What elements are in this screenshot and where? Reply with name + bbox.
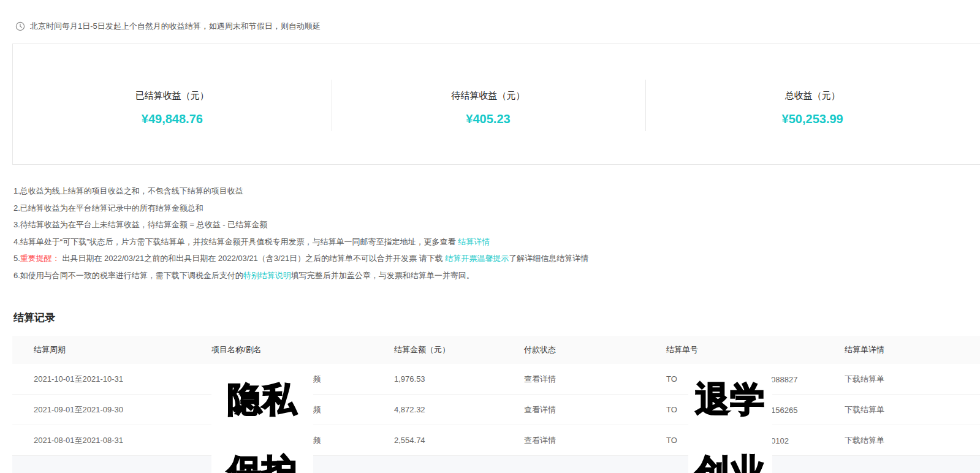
stat-value: ¥405.23: [466, 112, 510, 126]
cell-order-detail: 下载结算单: [845, 374, 980, 385]
stat-value: ¥50,253.99: [782, 112, 843, 126]
note-link[interactable]: 结算详情: [458, 237, 490, 246]
stat-value: ¥49,848.76: [142, 112, 203, 126]
watermark-text: 保护: [227, 452, 297, 473]
stat-label: 总收益（元）: [785, 90, 840, 102]
view-details-link[interactable]: 查看详情: [524, 405, 556, 414]
note-text: 3.待结算收益为在平台上未结算收益，待结算金额 = 总收益 - 已结算金额: [13, 220, 267, 229]
stat-divider: [645, 80, 646, 131]
notice-text: 北京时间每月1日-5日发起上个自然月的收益结算，如遇周末和节假日，则自动顺延: [30, 21, 321, 32]
note-text: 了解详细信息结算详情: [509, 254, 588, 263]
stat-divider: [332, 80, 332, 131]
col-header-amount: 结算金额（元）: [394, 344, 524, 355]
note-text: 2.已结算收益为在平台结算记录中的所有结算金额总和: [13, 203, 203, 213]
stat-label: 已结算收益（元）: [135, 90, 209, 102]
privacy-mask-left: 隐私 保护: [211, 379, 313, 473]
note-link[interactable]: 结算开票温馨提示: [445, 254, 509, 263]
watermark-text: 隐私: [227, 380, 297, 419]
earnings-settlement-page: 北京时间每月1日-5日发起上个自然月的收益结算，如遇周末和节假日，则自动顺延 已…: [0, 21, 980, 473]
table-header-row: 结算周期 项目名称/剧名 结算金额（元） 付款状态 结算单号 结算单详情: [12, 336, 980, 364]
order-number-prefix: TO: [666, 405, 677, 414]
download-settlement-link[interactable]: 下载结算单: [845, 436, 884, 445]
settlement-notes-list: 1.总收益为线上结算的项目收益之和，不包含线下结算的项目收益2.已结算收益为在平…: [13, 183, 980, 284]
note-text: 6.如使用与合同不一致的税率进行结算，需下载下调税金后支付的: [13, 271, 243, 280]
download-settlement-link[interactable]: 下载结算单: [845, 374, 884, 384]
cell-settlement-period: 2021-09-01至2021-09-30: [12, 404, 211, 415]
order-number-suffix: 0102: [771, 436, 789, 445]
col-header-order-detail: 结算单详情: [845, 344, 980, 355]
earnings-summary-card: 已结算收益（元） ¥49,848.76 待结算收益（元） ¥405.23 总收益…: [12, 44, 980, 165]
note-line: 3.待结算收益为在平台上未结算收益，待结算金额 = 总收益 - 已结算金额: [13, 216, 980, 233]
watermark-text: 退学: [696, 380, 765, 419]
settlement-schedule-notice: 北京时间每月1日-5日发起上个自然月的收益结算，如遇周末和节假日，则自动顺延: [15, 21, 980, 32]
settlement-records-table: 结算周期 项目名称/剧名 结算金额（元） 付款状态 结算单号 结算单详情 202…: [12, 336, 980, 473]
note-alert-text: 重要提醒：: [20, 254, 60, 263]
col-header-period: 结算周期: [12, 344, 211, 355]
note-text: 5.: [13, 254, 20, 263]
project-name-visible-tail: 频: [313, 404, 321, 415]
privacy-mask-right: 退学 创业: [688, 379, 772, 473]
note-line: 4.结算单处于“可下载”状态后，片方需下载结算单，并按结算金额开具值税专用发票，…: [13, 233, 980, 251]
note-text: 1.总收益为线上结算的项目收益之和，不包含线下结算的项目收益: [13, 186, 243, 195]
cell-settlement-period: 2021-08-01至2021-08-31: [12, 435, 211, 446]
note-text: 填写完整后并加盖公章，与发票和结算单一并寄回。: [291, 271, 474, 280]
col-header-order-number: 结算单号: [666, 344, 845, 355]
note-line: 1.总收益为线上结算的项目收益之和，不包含线下结算的项目收益: [13, 183, 980, 200]
table-row: 2021-10-01至2021-10-31频1,976.53查看详情TO0888…: [12, 364, 980, 395]
note-link[interactable]: 特别结算说明: [243, 271, 291, 280]
note-text: 4.结算单处于“可下载”状态后，片方需下载结算单，并按结算金额开具值税专用发票，…: [13, 237, 458, 246]
order-number-suffix: 156265: [771, 405, 797, 414]
table-row: 2021-08-01至2021-08-31频2,554.74查看详情TO0102…: [12, 425, 980, 456]
clock-icon: [15, 21, 25, 31]
project-name-visible-tail: 频: [313, 435, 321, 446]
cell-order-detail: 下载结算单: [845, 404, 980, 415]
order-number-prefix: TO: [666, 436, 677, 445]
stat-pending-earnings: 待结算收益（元） ¥405.23: [332, 44, 645, 164]
col-header-payment-status: 付款状态: [524, 344, 666, 355]
note-line: 5.重要提醒： 出具日期在 2022/03/21之前的和出具日期在 2022/0…: [13, 250, 980, 267]
table-row: 2021-09-01至2021-09-30频4,872.32查看详情TO1562…: [12, 395, 980, 425]
view-details-link[interactable]: 查看详情: [524, 436, 556, 445]
cell-settlement-amount: 4,872.32: [394, 405, 524, 414]
section-title-settlement-records: 结算记录: [13, 311, 980, 325]
stat-label: 待结算收益（元）: [452, 90, 525, 102]
cell-settlement-amount: 2,554.74: [394, 436, 524, 445]
stat-settled-earnings: 已结算收益（元） ¥49,848.76: [13, 44, 332, 164]
cell-order-detail: 下载结算单: [845, 435, 980, 446]
table-body: 2021-10-01至2021-10-31频1,976.53查看详情TO0888…: [12, 364, 980, 456]
cell-payment-status: 查看详情: [524, 404, 666, 415]
order-number-suffix: 088827: [771, 374, 797, 384]
cell-settlement-amount: 1,976.53: [394, 374, 524, 384]
cell-settlement-period: 2021-10-01至2021-10-31: [12, 374, 211, 385]
note-line: 2.已结算收益为在平台结算记录中的所有结算金额总和: [13, 200, 980, 217]
col-header-project: 项目名称/剧名: [211, 344, 394, 355]
order-number-prefix: TO: [666, 374, 677, 384]
table-footer-strip: [12, 456, 980, 473]
note-line: 6.如使用与合同不一致的税率进行结算，需下载下调税金后支付的特别结算说明填写完整…: [13, 267, 980, 284]
cell-payment-status: 查看详情: [524, 435, 666, 446]
cell-payment-status: 查看详情: [524, 374, 666, 385]
view-details-link[interactable]: 查看详情: [524, 374, 556, 384]
download-settlement-link[interactable]: 下载结算单: [845, 405, 884, 414]
note-text: 出具日期在 2022/03/21之前的和出具日期在 2022/03/21（含3/…: [60, 254, 446, 263]
stat-total-earnings: 总收益（元） ¥50,253.99: [645, 44, 980, 164]
project-name-visible-tail: 频: [313, 374, 321, 385]
watermark-text: 创业: [696, 452, 765, 473]
